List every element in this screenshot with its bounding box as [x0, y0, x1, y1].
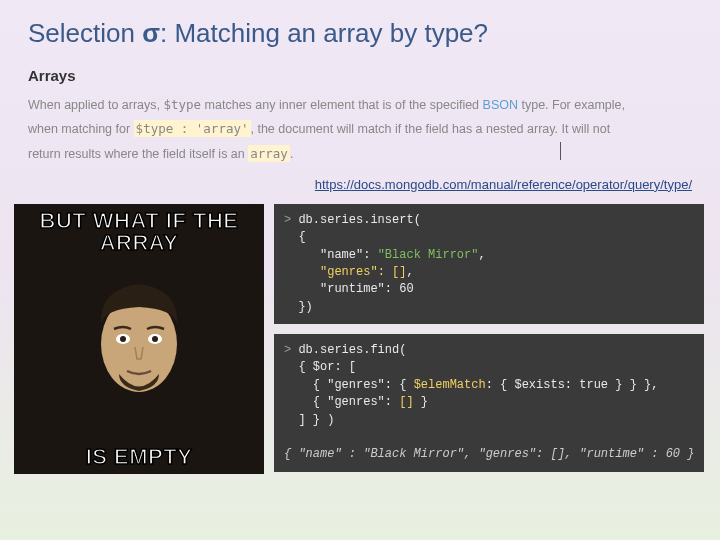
- doc-link[interactable]: https://docs.mongodb.com/manual/referenc…: [0, 171, 720, 200]
- text: return results where the field itself is…: [28, 147, 248, 161]
- text: When applied to arrays,: [28, 98, 164, 112]
- code-column: > db.series.insert( { "name": "Black Mir…: [274, 204, 704, 474]
- code-line: "runtime": 60: [298, 282, 413, 296]
- sigma-symbol: σ: [142, 18, 160, 48]
- para-2: when matching for $type : 'array', the d…: [28, 118, 692, 140]
- code-line: : { $exists: true } } },: [486, 378, 659, 392]
- title-prefix: Selection: [28, 18, 142, 48]
- meme-image: BUT WHAT IF THE ARRAY IS EMPTY: [14, 204, 264, 474]
- highlight: "genres": []: [320, 265, 406, 279]
- inline-code: array: [248, 145, 290, 162]
- code-line: {: [298, 230, 305, 244]
- slide-title: Selection σ: Matching an array by type?: [0, 0, 720, 59]
- highlight: $elemMatch: [414, 378, 486, 392]
- arrays-heading: Arrays: [28, 67, 692, 84]
- text-cursor: [560, 142, 561, 160]
- text: .: [290, 147, 293, 161]
- arrays-section: Arrays When applied to arrays, $type mat…: [0, 59, 720, 171]
- code-line: { $or: [: [298, 360, 356, 374]
- code-line: }): [298, 300, 312, 314]
- code-line: { "genres":: [298, 395, 399, 409]
- code-insert: > db.series.insert( { "name": "Black Mir…: [274, 204, 704, 324]
- code-line: db.series.insert(: [298, 213, 420, 227]
- code-line: }: [414, 395, 428, 409]
- meme-top-text: BUT WHAT IF THE ARRAY: [14, 210, 264, 254]
- result-line: { "name" : "Black Mirror", "genres": [],…: [284, 447, 694, 461]
- code-line: [298, 265, 320, 279]
- prompt: >: [284, 343, 291, 357]
- code-line: ,: [478, 248, 485, 262]
- prompt: >: [284, 213, 291, 227]
- text: matches any inner element that is of the…: [201, 98, 482, 112]
- code-find: > db.series.find( { $or: [ { "genres": {…: [274, 334, 704, 472]
- inline-code: $type: [164, 97, 202, 112]
- svg-point-4: [152, 336, 158, 342]
- title-suffix: : Matching an array by type?: [160, 18, 488, 48]
- text: type. For example,: [518, 98, 625, 112]
- code-line: ,: [406, 265, 413, 279]
- code-line: ] } ): [298, 413, 334, 427]
- code-line: { "genres": {: [298, 378, 413, 392]
- code-line: "name":: [298, 248, 377, 262]
- string-literal: "Black Mirror": [378, 248, 479, 262]
- bson-link: BSON: [483, 98, 518, 112]
- code-line: db.series.find(: [298, 343, 406, 357]
- content-row: BUT WHAT IF THE ARRAY IS EMPTY > db.seri…: [0, 200, 720, 474]
- meme-bottom-text: IS EMPTY: [14, 446, 264, 468]
- para-3: return results where the field itself is…: [28, 143, 692, 165]
- keanu-face-icon: [79, 269, 199, 409]
- text: when matching for: [28, 122, 134, 136]
- text: , the document will match if the field h…: [251, 122, 611, 136]
- para-1: When applied to arrays, $type matches an…: [28, 94, 692, 116]
- highlight: []: [399, 395, 413, 409]
- inline-code: $type : 'array': [134, 120, 251, 137]
- svg-point-3: [120, 336, 126, 342]
